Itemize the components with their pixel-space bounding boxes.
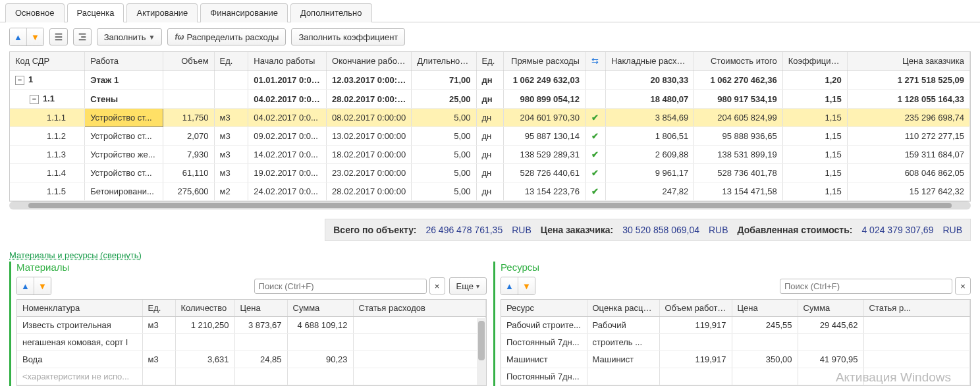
cell-k[interactable]: 1,15 xyxy=(782,109,847,127)
mat-col-price[interactable]: Цена xyxy=(234,300,287,317)
move-down-button[interactable]: ▼ xyxy=(27,28,43,45)
main-grid[interactable]: Код СДР Работа Объем Ед. Начало работы О… xyxy=(9,51,971,202)
mat-qty[interactable]: 3,631 xyxy=(175,351,234,368)
table-row[interactable]: −1Этаж 101.01.2017 0:00...12.03.2017 0:0… xyxy=(10,70,970,90)
res-sum[interactable]: 29 445,62 xyxy=(798,317,863,334)
table-row[interactable]: 1.1.2Устройство ст...2,070м309.02.2017 0… xyxy=(10,127,970,146)
cell-end[interactable]: 18.02.2017 0:00:00 xyxy=(327,146,412,164)
cell-dur[interactable]: 25,00 xyxy=(412,90,476,109)
mat-col-name[interactable]: Номенклатура xyxy=(17,300,142,317)
table-row[interactable]: 1.1.4Устройство ст...61,110м319.02.2017 … xyxy=(10,164,970,182)
cell-start[interactable]: 04.02.2017 0:00... xyxy=(248,90,327,109)
distribute-expenses-button[interactable]: fω Распределить расходы xyxy=(167,28,286,45)
cell-over[interactable]: 20 830,33 xyxy=(605,70,694,90)
col-share[interactable]: ⇆ xyxy=(585,52,605,70)
cell-unit[interactable]: м3 xyxy=(214,127,248,146)
cell-unit[interactable]: м2 xyxy=(214,182,248,201)
cell-wbs[interactable]: −1.1 xyxy=(10,90,85,109)
cell-volume[interactable] xyxy=(163,90,215,109)
cell-wbs[interactable]: −1 xyxy=(10,70,85,90)
cell-direct[interactable]: 528 726 440,61 xyxy=(503,164,585,182)
cell-end[interactable]: 28.02.2017 0:00:00 xyxy=(327,90,412,109)
cell-unit[interactable]: м3 xyxy=(214,146,248,164)
mat-expense[interactable] xyxy=(353,351,486,368)
res-col-name[interactable]: Ресурс xyxy=(501,300,587,317)
cell-dur[interactable]: 5,00 xyxy=(412,127,476,146)
cell-over[interactable]: 3 854,69 xyxy=(605,109,694,127)
cell-over[interactable]: 1 806,51 xyxy=(605,127,694,146)
cell-volume[interactable]: 7,930 xyxy=(163,146,215,164)
mat-col-unit[interactable]: Ед. xyxy=(142,300,175,317)
cell-start[interactable]: 09.02.2017 0:0... xyxy=(248,127,327,146)
res-name[interactable]: Машинист xyxy=(501,351,587,368)
cell-k[interactable]: 1,15 xyxy=(782,146,847,164)
cell-dur[interactable]: 5,00 xyxy=(412,109,476,127)
indent-button[interactable] xyxy=(49,28,68,45)
mat-col-qty[interactable]: Количество xyxy=(175,300,234,317)
res-col-eval[interactable]: Оценка расценки xyxy=(587,300,659,317)
cell-unit[interactable]: м3 xyxy=(214,109,248,127)
cell-work[interactable]: Устройство ст... xyxy=(85,109,163,127)
cell-start[interactable]: 04.02.2017 0:0... xyxy=(248,109,327,127)
materials-grid[interactable]: Номенклатура Ед. Количество Цена Сумма С… xyxy=(17,300,486,385)
list-item-sub[interactable]: Постоянный 7дн... xyxy=(501,368,970,385)
col-customer-price[interactable]: Цена заказчика xyxy=(847,52,969,70)
cell-over[interactable]: 247,82 xyxy=(605,182,694,201)
cell-volume[interactable]: 61,110 xyxy=(163,164,215,182)
cell-chk[interactable]: ✔ xyxy=(585,146,605,164)
res-name-sub[interactable]: Постоянный 7дн... xyxy=(501,368,587,385)
cell-k[interactable]: 1,15 xyxy=(782,127,847,146)
cell-direct[interactable]: 138 529 289,31 xyxy=(503,146,585,164)
list-item-sub[interactable]: <характеристики не испо... xyxy=(17,368,486,385)
cell-unit[interactable] xyxy=(214,90,248,109)
res-eval-sub[interactable]: строитель ... xyxy=(587,334,659,351)
materials-search-input[interactable] xyxy=(254,279,427,294)
mat-name-sub[interactable]: негашеная комовая, сорт I xyxy=(17,334,142,351)
col-end[interactable]: Окончание работы xyxy=(327,52,412,70)
cell-k[interactable]: 1,15 xyxy=(782,164,847,182)
cell-direct[interactable]: 980 899 054,12 xyxy=(503,90,585,109)
res-name[interactable]: Рабочий строите... xyxy=(501,317,587,334)
cell-work[interactable]: Устройство ст... xyxy=(85,127,163,146)
tab-main[interactable]: Основное xyxy=(5,3,65,22)
col-start[interactable]: Начало работы xyxy=(248,52,327,70)
cell-wbs[interactable]: 1.1.3 xyxy=(10,146,85,164)
materials-scrollbar[interactable] xyxy=(477,318,486,385)
cell-work[interactable]: Этаж 1 xyxy=(85,70,163,90)
list-item[interactable]: Известь строительная м3 1 210,250 3 873,… xyxy=(17,317,486,334)
mat-col-sum[interactable]: Сумма xyxy=(287,300,353,317)
cell-total[interactable]: 204 605 824,99 xyxy=(694,109,782,127)
mat-qty[interactable]: 1 210,250 xyxy=(175,317,234,334)
tab-acting[interactable]: Актирование xyxy=(126,3,198,22)
col-volume[interactable]: Объем xyxy=(163,52,215,70)
materials-search-clear[interactable]: × xyxy=(429,277,445,294)
materials-up-button[interactable]: ▲ xyxy=(17,277,34,294)
cell-chk[interactable]: ✔ xyxy=(585,164,605,182)
cell-work[interactable]: Устройство же... xyxy=(85,146,163,164)
col-work[interactable]: Работа xyxy=(85,52,163,70)
cell-total[interactable]: 95 888 936,65 xyxy=(694,127,782,146)
resources-grid[interactable]: Ресурс Оценка расценки Объем работ (ч) Ц… xyxy=(501,300,970,385)
cell-total[interactable]: 528 736 401,78 xyxy=(694,164,782,182)
cell-price[interactable]: 110 272 277,15 xyxy=(847,127,969,146)
tab-pricing[interactable]: Расценка xyxy=(67,3,124,22)
cell-wbs[interactable]: 1.1.4 xyxy=(10,164,85,182)
fill-button[interactable]: Заполнить ▼ xyxy=(97,28,163,45)
res-col-hours[interactable]: Объем работ (ч) xyxy=(659,300,732,317)
cell-price[interactable]: 15 127 642,32 xyxy=(847,182,969,201)
col-unit[interactable]: Ед. xyxy=(214,52,248,70)
cell-end[interactable]: 28.02.2017 0:00:00 xyxy=(327,182,412,201)
cell-start[interactable]: 19.02.2017 0:0... xyxy=(248,164,327,182)
cell-price[interactable]: 608 046 862,05 xyxy=(847,164,969,182)
cell-start[interactable]: 24.02.2017 0:0... xyxy=(248,182,327,201)
cell-over[interactable]: 9 961,17 xyxy=(605,164,694,182)
col-coeff[interactable]: Коэффициент xyxy=(782,52,847,70)
fill-coefficient-button[interactable]: Заполнить коэффициент xyxy=(291,28,405,45)
cell-k[interactable]: 1,15 xyxy=(782,90,847,109)
cell-chk[interactable]: ✔ xyxy=(585,109,605,127)
col-total[interactable]: Стоимость итого xyxy=(694,52,782,70)
cell-chk[interactable] xyxy=(585,70,605,90)
res-col-price[interactable]: Цена xyxy=(732,300,798,317)
col-dur-unit[interactable]: Ед. xyxy=(476,52,503,70)
cell-wbs[interactable]: 1.1.5 xyxy=(10,182,85,201)
